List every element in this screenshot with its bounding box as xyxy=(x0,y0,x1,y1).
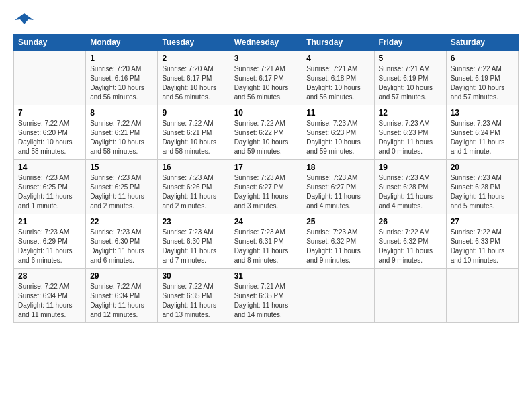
day-info: Sunrise: 7:23 AMSunset: 6:23 PMDaylight:… xyxy=(306,119,369,156)
calendar-cell: 30Sunrise: 7:22 AMSunset: 6:35 PMDayligh… xyxy=(158,269,230,323)
day-number: 28 xyxy=(18,271,81,281)
day-number: 30 xyxy=(162,271,225,281)
calendar-cell xyxy=(14,51,86,105)
day-info: Sunrise: 7:22 AMSunset: 6:33 PMDaylight:… xyxy=(451,228,514,265)
day-number: 17 xyxy=(234,163,298,172)
calendar-cell: 29Sunrise: 7:22 AMSunset: 6:34 PMDayligh… xyxy=(86,269,158,323)
day-info: Sunrise: 7:22 AMSunset: 6:21 PMDaylight:… xyxy=(162,119,225,156)
calendar-cell: 17Sunrise: 7:23 AMSunset: 6:27 PMDayligh… xyxy=(230,160,302,214)
calendar-cell: 10Sunrise: 7:22 AMSunset: 6:22 PMDayligh… xyxy=(230,105,302,160)
day-info: Sunrise: 7:20 AMSunset: 6:16 PMDaylight:… xyxy=(90,64,153,102)
header xyxy=(13,13,519,27)
calendar-cell: 24Sunrise: 7:23 AMSunset: 6:31 PMDayligh… xyxy=(230,214,302,269)
day-info: Sunrise: 7:21 AMSunset: 6:19 PMDaylight:… xyxy=(379,64,442,102)
calendar-cell: 18Sunrise: 7:23 AMSunset: 6:27 PMDayligh… xyxy=(302,160,374,214)
day-number: 22 xyxy=(90,217,153,226)
weekday-header-thursday: Thursday xyxy=(302,34,374,51)
calendar-cell: 3Sunrise: 7:21 AMSunset: 6:17 PMDaylight… xyxy=(230,51,302,105)
day-info: Sunrise: 7:22 AMSunset: 6:22 PMDaylight:… xyxy=(234,119,298,156)
week-row-1: 1Sunrise: 7:20 AMSunset: 6:16 PMDaylight… xyxy=(14,51,519,105)
day-number: 11 xyxy=(306,108,369,118)
week-row-5: 28Sunrise: 7:22 AMSunset: 6:34 PMDayligh… xyxy=(14,269,519,323)
weekday-header-saturday: Saturday xyxy=(446,34,518,51)
day-number: 27 xyxy=(451,217,514,226)
day-info: Sunrise: 7:23 AMSunset: 6:25 PMDaylight:… xyxy=(90,173,153,211)
week-row-3: 14Sunrise: 7:23 AMSunset: 6:25 PMDayligh… xyxy=(14,160,519,214)
calendar-cell: 23Sunrise: 7:23 AMSunset: 6:30 PMDayligh… xyxy=(158,214,230,269)
calendar-cell: 25Sunrise: 7:23 AMSunset: 6:32 PMDayligh… xyxy=(302,214,374,269)
day-info: Sunrise: 7:23 AMSunset: 6:32 PMDaylight:… xyxy=(306,228,369,265)
calendar-cell: 11Sunrise: 7:23 AMSunset: 6:23 PMDayligh… xyxy=(302,105,374,160)
day-info: Sunrise: 7:22 AMSunset: 6:19 PMDaylight:… xyxy=(451,64,514,102)
calendar-cell: 27Sunrise: 7:22 AMSunset: 6:33 PMDayligh… xyxy=(446,214,518,269)
calendar-cell: 19Sunrise: 7:23 AMSunset: 6:28 PMDayligh… xyxy=(374,160,446,214)
day-number: 24 xyxy=(234,217,298,226)
day-number: 25 xyxy=(306,217,369,226)
calendar-cell: 16Sunrise: 7:23 AMSunset: 6:26 PMDayligh… xyxy=(158,160,230,214)
calendar-cell: 20Sunrise: 7:23 AMSunset: 6:28 PMDayligh… xyxy=(446,160,518,214)
calendar-cell: 13Sunrise: 7:23 AMSunset: 6:24 PMDayligh… xyxy=(446,105,518,160)
day-info: Sunrise: 7:23 AMSunset: 6:30 PMDaylight:… xyxy=(162,228,225,265)
day-info: Sunrise: 7:22 AMSunset: 6:21 PMDaylight:… xyxy=(90,119,153,156)
day-number: 29 xyxy=(90,271,153,281)
day-info: Sunrise: 7:23 AMSunset: 6:30 PMDaylight:… xyxy=(90,228,153,265)
calendar-cell: 8Sunrise: 7:22 AMSunset: 6:21 PMDaylight… xyxy=(86,105,158,160)
calendar-cell: 5Sunrise: 7:21 AMSunset: 6:19 PMDaylight… xyxy=(374,51,446,105)
logo-bird-icon xyxy=(15,11,34,30)
calendar-cell: 2Sunrise: 7:20 AMSunset: 6:17 PMDaylight… xyxy=(158,51,230,105)
calendar-cell xyxy=(446,269,518,323)
calendar-cell: 22Sunrise: 7:23 AMSunset: 6:30 PMDayligh… xyxy=(86,214,158,269)
day-number: 13 xyxy=(451,108,514,118)
day-info: Sunrise: 7:21 AMSunset: 6:18 PMDaylight:… xyxy=(306,64,369,102)
day-number: 3 xyxy=(234,54,298,63)
day-number: 6 xyxy=(451,54,514,63)
calendar-cell: 28Sunrise: 7:22 AMSunset: 6:34 PMDayligh… xyxy=(14,269,86,323)
day-number: 9 xyxy=(162,108,225,118)
weekday-header-tuesday: Tuesday xyxy=(158,34,230,51)
day-number: 7 xyxy=(18,108,81,118)
logo xyxy=(13,13,34,27)
day-info: Sunrise: 7:23 AMSunset: 6:24 PMDaylight:… xyxy=(451,119,514,156)
day-info: Sunrise: 7:23 AMSunset: 6:28 PMDaylight:… xyxy=(379,173,442,211)
day-info: Sunrise: 7:23 AMSunset: 6:28 PMDaylight:… xyxy=(451,173,514,211)
calendar-cell: 9Sunrise: 7:22 AMSunset: 6:21 PMDaylight… xyxy=(158,105,230,160)
day-info: Sunrise: 7:21 AMSunset: 6:35 PMDaylight:… xyxy=(234,282,298,320)
weekday-header-wednesday: Wednesday xyxy=(230,34,302,51)
week-row-2: 7Sunrise: 7:22 AMSunset: 6:20 PMDaylight… xyxy=(14,105,519,160)
day-number: 2 xyxy=(162,54,225,63)
day-info: Sunrise: 7:23 AMSunset: 6:27 PMDaylight:… xyxy=(306,173,369,211)
day-info: Sunrise: 7:23 AMSunset: 6:29 PMDaylight:… xyxy=(18,228,81,265)
day-number: 1 xyxy=(90,54,153,63)
day-info: Sunrise: 7:22 AMSunset: 6:32 PMDaylight:… xyxy=(379,228,442,265)
day-number: 21 xyxy=(18,217,81,226)
calendar-cell: 6Sunrise: 7:22 AMSunset: 6:19 PMDaylight… xyxy=(446,51,518,105)
logo-text xyxy=(13,13,34,27)
day-info: Sunrise: 7:23 AMSunset: 6:25 PMDaylight:… xyxy=(18,173,81,211)
day-number: 10 xyxy=(234,108,298,118)
day-info: Sunrise: 7:22 AMSunset: 6:20 PMDaylight:… xyxy=(18,119,81,156)
day-number: 26 xyxy=(379,217,442,226)
day-info: Sunrise: 7:20 AMSunset: 6:17 PMDaylight:… xyxy=(162,64,225,102)
calendar-cell: 31Sunrise: 7:21 AMSunset: 6:35 PMDayligh… xyxy=(230,269,302,323)
calendar-cell: 21Sunrise: 7:23 AMSunset: 6:29 PMDayligh… xyxy=(14,214,86,269)
day-number: 12 xyxy=(379,108,442,118)
day-info: Sunrise: 7:22 AMSunset: 6:34 PMDaylight:… xyxy=(90,282,153,320)
calendar-cell xyxy=(302,269,374,323)
week-row-4: 21Sunrise: 7:23 AMSunset: 6:29 PMDayligh… xyxy=(14,214,519,269)
day-number: 15 xyxy=(90,163,153,172)
day-number: 20 xyxy=(451,163,514,172)
calendar-cell: 12Sunrise: 7:23 AMSunset: 6:23 PMDayligh… xyxy=(374,105,446,160)
day-number: 18 xyxy=(306,163,369,172)
day-info: Sunrise: 7:23 AMSunset: 6:23 PMDaylight:… xyxy=(379,119,442,156)
calendar-cell: 7Sunrise: 7:22 AMSunset: 6:20 PMDaylight… xyxy=(14,105,86,160)
main-container: SundayMondayTuesdayWednesdayThursdayFrid… xyxy=(0,0,532,330)
day-number: 31 xyxy=(234,271,298,281)
weekday-header-row: SundayMondayTuesdayWednesdayThursdayFrid… xyxy=(14,34,519,51)
calendar-cell: 14Sunrise: 7:23 AMSunset: 6:25 PMDayligh… xyxy=(14,160,86,214)
day-number: 19 xyxy=(379,163,442,172)
calendar-cell xyxy=(374,269,446,323)
day-number: 8 xyxy=(90,108,153,118)
day-info: Sunrise: 7:23 AMSunset: 6:31 PMDaylight:… xyxy=(234,228,298,265)
calendar-cell: 15Sunrise: 7:23 AMSunset: 6:25 PMDayligh… xyxy=(86,160,158,214)
day-info: Sunrise: 7:23 AMSunset: 6:27 PMDaylight:… xyxy=(234,173,298,211)
